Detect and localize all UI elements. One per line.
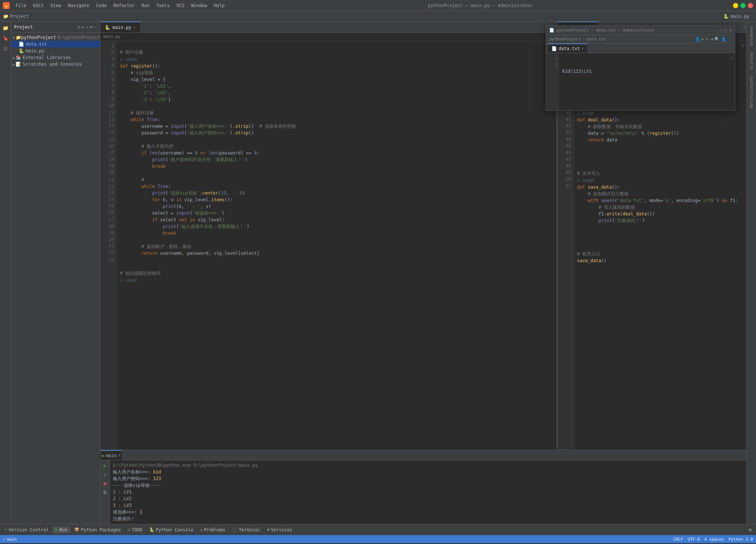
database-panel-label[interactable]: Database — [748, 23, 755, 49]
project-panel-icon[interactable]: 📁 — [1, 23, 10, 33]
floating-toolbar-btn1[interactable]: 👤 — [695, 37, 700, 42]
menu-edit[interactable]: Edit — [30, 2, 47, 9]
tree-item-external-libs[interactable]: ▶ 📚 External Libraries — [11, 54, 100, 61]
tree-arrow: ▶ — [13, 62, 15, 66]
floating-toolbar-btn2[interactable]: ⟳ — [706, 37, 709, 42]
run-tab-active[interactable]: ▶ main × — [100, 450, 122, 460]
run-line-1: 输入用户名称>>>: k1d — [113, 469, 743, 475]
project-tab-bar: 📁 Project 🐍 main.py — [0, 11, 756, 22]
project-label[interactable]: Project — [10, 14, 29, 19]
services-tool[interactable]: ⚙ Services — [264, 527, 295, 533]
python-console-tool[interactable]: 🐍 Python Console — [146, 527, 196, 533]
txt-file-icon: 📄 — [19, 42, 24, 47]
floating-toolbar-run[interactable]: ▶ — [702, 37, 704, 42]
floating-tab-active[interactable]: 📄 data.txt × — [548, 43, 587, 53]
bookmarks-icon[interactable]: 🔖 — [1, 33, 10, 43]
tree-item-datatxt[interactable]: 📄 data.txt — [11, 41, 100, 48]
window-title: pythonProject – main.py – Administrator — [228, 3, 733, 8]
run-tab-label: main — [106, 453, 117, 458]
window-controls: – □ × — [733, 3, 753, 8]
floating-win-controls: – □ × — [719, 28, 732, 33]
floating-tab-bar: 📄 data.txt × — [546, 43, 735, 53]
py-file-icon: 🐍 — [19, 48, 24, 53]
python-packages-tool[interactable]: 📦 Python Packages — [71, 527, 124, 533]
version-control-tool[interactable]: ⑂ Version Control — [1, 527, 52, 533]
services-icon: ⚙ — [267, 527, 270, 532]
tree-item-mainpy[interactable]: 🐍 main.py — [11, 48, 100, 54]
floating-line-num-1: 1 — [546, 55, 558, 61]
notifications-panel-label[interactable]: Notifications — [748, 73, 755, 111]
project-panel-title: Project — [14, 25, 33, 30]
floating-toolbar-search[interactable]: 🔍 — [714, 37, 720, 42]
floating-minimize[interactable]: – — [719, 28, 722, 33]
menu-help[interactable]: Help — [211, 2, 228, 9]
statusbar-left: ⑂ main — [3, 537, 17, 542]
version-control-label: Version Control — [9, 527, 49, 532]
project-panel-header: Project ⚙ ≡ ↕ ⊞ ⋯ — [11, 22, 100, 33]
problems-label: Problems — [204, 527, 225, 532]
gear-icon[interactable]: ⚙ — [78, 25, 80, 30]
run-tool[interactable]: ▶ Run — [52, 527, 70, 533]
floating-content[interactable]: 1 2 k1d|123|LV1 ✓ — [546, 53, 735, 110]
tree-item-scratches[interactable]: ▶ 📝 Scratches and Consoles — [11, 61, 100, 68]
settings-icon[interactable]: ⋯ — [94, 25, 97, 30]
structure-icon[interactable]: ☰ — [1, 44, 10, 53]
todo-tool[interactable]: ☑ TODO — [125, 527, 146, 533]
menu-tools[interactable]: Tools — [153, 2, 173, 9]
run-tab-close[interactable]: × — [118, 453, 120, 457]
left-tab-close[interactable]: × — [134, 25, 136, 29]
right-sidebar: Database SciView Notifications — [746, 22, 756, 524]
run-tab-icon: ▶ — [102, 453, 104, 458]
menu-view[interactable]: View — [48, 2, 64, 9]
menu-vcs[interactable]: VCS — [173, 2, 188, 9]
floating-toolbar-btn3[interactable]: ◀ — [710, 37, 713, 42]
sort-icon[interactable]: ↕ — [86, 25, 88, 30]
menu-run[interactable]: Run — [139, 2, 153, 9]
problems-tool[interactable]: ⚠ Problems — [197, 527, 228, 533]
todo-icon: ☑ — [128, 527, 130, 532]
terminal-label: Terminal — [239, 527, 260, 532]
run-trash-button[interactable]: 🗑 — [101, 489, 109, 496]
floating-toolbar-more[interactable]: ⋮ — [728, 37, 732, 42]
left-code-area[interactable]: # 用户注册 1 usage def register(): # vip等级 v… — [117, 41, 557, 450]
menu-code[interactable]: Code — [93, 2, 110, 9]
python-packages-icon: 📦 — [74, 527, 79, 532]
left-editor-content[interactable]: 1 2 3 4 5 6 7 8 9 10 11 12 13 1 — [100, 41, 557, 450]
file-tab-label[interactable]: main.py — [730, 14, 749, 19]
right-editor-menu[interactable]: ⋮ — [742, 25, 746, 30]
minimize-button[interactable]: – — [733, 3, 738, 8]
run-line-3: ----选择vip等级---- — [113, 482, 743, 489]
close-button[interactable]: × — [748, 3, 753, 8]
run-rerun-button[interactable]: ↺ — [101, 471, 109, 478]
terminal-tool[interactable]: ⬛ Terminal — [229, 527, 263, 533]
vcs-branch-icon: ⑂ — [3, 537, 6, 542]
floating-check: ✓ — [730, 55, 733, 61]
expand-icon[interactable]: ⊞ — [90, 25, 93, 30]
menu-window[interactable]: Window — [188, 2, 210, 9]
maximize-button[interactable]: □ — [740, 3, 746, 8]
menu-navigate[interactable]: Navigate — [65, 2, 92, 9]
sciview-panel-label[interactable]: SciView — [748, 49, 755, 72]
left-editor-tab-mainpy[interactable]: 🐍 main.py × — [100, 22, 141, 32]
menu-refactor[interactable]: Refactor — [110, 2, 138, 9]
floating-close[interactable]: × — [729, 28, 732, 33]
floating-toolbar-user[interactable]: 👤 — [721, 37, 726, 42]
list-icon[interactable]: ≡ — [82, 25, 84, 30]
floating-maximize[interactable]: □ — [724, 28, 727, 33]
tree-item-pythonproject[interactable]: ▼ 📁 pythonProject D:\pythonProject — [11, 34, 100, 41]
tree-item-mainpy-label: main.py — [26, 48, 45, 53]
floating-code[interactable]: k1d|123|LV1 — [559, 53, 735, 110]
statusbar-indent[interactable]: 4 spaces — [704, 537, 724, 542]
floating-tab-close[interactable]: × — [581, 46, 584, 51]
run-stop-button[interactable]: ■ — [101, 480, 109, 487]
statusbar-encoding[interactable]: UTF-8 — [688, 537, 700, 542]
run-output: D:\Python\Python38\python.exe D:\pythonP… — [110, 460, 746, 524]
expand-tool[interactable]: ⊟ — [746, 527, 755, 533]
menu-file[interactable]: File — [13, 2, 29, 9]
run-play-button[interactable]: ▶ — [101, 462, 109, 469]
statusbar-python[interactable]: Python 3.8 — [729, 537, 753, 542]
statusbar-vcs[interactable]: ⑂ main — [3, 537, 17, 542]
statusbar-linesep[interactable]: CRLF — [673, 537, 683, 542]
app-logo: 🔥 — [3, 2, 10, 9]
breadcrumb-project[interactable]: main.py — [103, 34, 120, 39]
